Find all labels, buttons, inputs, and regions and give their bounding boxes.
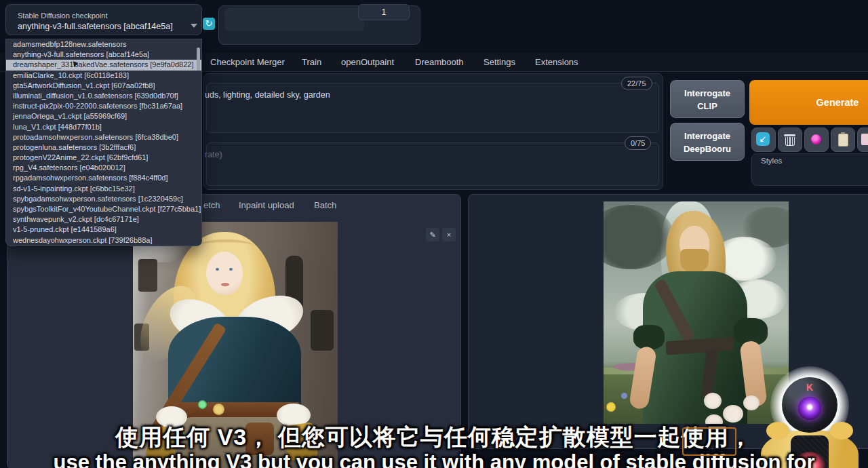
checkpoint-option[interactable]: luna_V1.ckpt [448d77f01b]	[6, 122, 201, 132]
lips	[221, 283, 229, 286]
trash-body-icon	[785, 137, 795, 146]
window-shape	[311, 310, 334, 351]
checkpoint-option[interactable]: jennaOrtega_v1.ckpt [a55969cf69]	[6, 111, 201, 121]
negative-prompt-placeholder: rate)	[205, 150, 222, 159]
save-icon	[861, 134, 868, 145]
read-params-button[interactable]: ↙	[751, 128, 776, 152]
pencil-icon: ✎	[429, 231, 435, 239]
eye-left	[216, 268, 219, 271]
checkpoint-option[interactable]: protogenluna.safetensors [3b2fffacf6]	[6, 142, 201, 153]
checkpoint-option[interactable]: rpg_V4.safetensors [e04b020012]	[6, 163, 201, 173]
white-flower	[723, 405, 743, 423]
checkpoint-option[interactable]: spybgadamsohwxperson.safetensors [1c2320…	[6, 194, 201, 204]
negative-prompt-textarea[interactable]	[206, 142, 659, 186]
white-flower	[704, 393, 722, 409]
subtitle-english: use the anything V3 but you can use it w…	[0, 450, 868, 468]
checkpoint-option[interactable]: protogenV22Anime_22.ckpt [62bf9cfd61]	[6, 153, 201, 163]
checkpoint-option[interactable]: adamsmedbfp128new.safetensors	[6, 39, 201, 50]
subtitle-chinese: 使用任何 V3， 但您可以将它与任何稳定扩散模型一起使用，	[0, 422, 868, 453]
stable-diffusion-webui: Stable Diffusion checkpoint anything-v3-…	[0, 0, 868, 468]
checkpoint-option[interactable]: synthwavepunk_v2.ckpt [dc4c67171e]	[6, 214, 201, 225]
tab-inpaint-sketch-clipped[interactable]: etch	[203, 200, 220, 210]
checkpoint-option-highlighted[interactable]: dreamshaper_331BakedVae.safetensors [9e9…	[6, 60, 201, 70]
green-gem	[198, 400, 207, 409]
tab-inpaint-upload[interactable]: Inpaint upload	[239, 200, 294, 210]
trash-icon	[784, 134, 795, 136]
blue-flower	[621, 393, 627, 399]
tab-dreambooth[interactable]: Dreambooth	[415, 57, 464, 67]
checkpoint-value[interactable]: anything-v3-full.safetensors [abcaf14e5a…	[18, 22, 187, 31]
checkpoint-option[interactable]: instruct-pix2pix-00-22000.safetensors [f…	[6, 101, 201, 111]
tab-checkpoint-merger[interactable]: Checkpoint Merger	[210, 57, 285, 67]
belt-buckle	[213, 404, 224, 415]
interrogate-clip-line1: Interrogate	[671, 87, 744, 100]
mask-strength-label-chip	[224, 8, 364, 31]
rolled-sleeve-left	[633, 325, 665, 349]
checkpoint-option[interactable]: illuminati_diffusion_v1.0.safetensors [6…	[6, 91, 201, 101]
checkpoint-option[interactable]: sd-v1-5-inpainting.ckpt [c6bbc15e32]	[6, 184, 201, 194]
eye-right	[229, 268, 233, 271]
checkpoint-option[interactable]: rpgadamsohwxperson.safetensors [f884c4ff…	[6, 173, 201, 183]
chevron-down-icon[interactable]	[191, 24, 197, 28]
dropdown-scrollbar[interactable]	[197, 47, 200, 71]
avatar-letter: K	[782, 382, 837, 393]
interrogate-deepbooru-button[interactable]: Interrogate DeepBooru	[670, 123, 745, 161]
checkpoint-label: Stable Diffusion checkpoint	[18, 12, 108, 20]
interrogate-clip-line2: CLIP	[671, 100, 744, 113]
tab-batch[interactable]: Batch	[314, 200, 336, 210]
window-shape	[138, 259, 157, 292]
avatar-eye-icon	[798, 397, 821, 420]
checkpoint-select[interactable]: Stable Diffusion checkpoint anything-v3-…	[5, 4, 202, 35]
apply-style-button[interactable]	[831, 128, 855, 152]
yellow-flower	[606, 402, 616, 412]
save-style-button[interactable]	[857, 128, 868, 152]
checkpoint-option[interactable]: protoadamsohwxperson.safetensors [6fca38…	[6, 132, 201, 142]
extra-networks-icon	[811, 134, 821, 144]
refresh-checkpoints-button[interactable]: ↻	[203, 18, 215, 30]
prompt-text: uds, lighting, detailed sky, garden	[205, 90, 330, 100]
checkpoint-option[interactable]: emiliaClarke_10.ckpt [6c0118e183]	[6, 71, 201, 81]
arrow-down-left-icon: ↙	[756, 132, 770, 146]
checkpoint-option[interactable]: wednesdayohwxperson.ckpt [739f26b88a]	[6, 235, 201, 246]
braided-headband	[197, 239, 254, 253]
styles-label: Styles	[761, 157, 782, 165]
remove-image-button[interactable]: ×	[442, 228, 456, 241]
tab-openoutpaint[interactable]: openOutpaint	[341, 57, 394, 67]
checkpoint-option[interactable]: anything-v3-full.safetensors [abcaf14e5a…	[6, 50, 201, 60]
generate-button[interactable]: Generate	[749, 80, 868, 125]
face	[206, 252, 243, 295]
tab-extensions[interactable]: Extensions	[535, 57, 578, 67]
tab-settings[interactable]: Settings	[484, 57, 515, 67]
subtitle-highlight-box	[682, 427, 736, 456]
interrogate-deepbooru-line2: DeepBooru	[671, 142, 744, 155]
mask-strength-value[interactable]: 1	[358, 4, 410, 20]
interrogate-deepbooru-line1: Interrogate	[671, 130, 744, 142]
interrogate-clip-button[interactable]: Interrogate CLIP	[670, 80, 745, 118]
clear-prompt-button[interactable]	[778, 128, 802, 152]
white-flower	[743, 395, 760, 410]
edit-image-button[interactable]: ✎	[426, 228, 439, 241]
checkpoint-option[interactable]: v1-5-pruned.ckpt [e1441589a6]	[6, 225, 201, 235]
extra-networks-button[interactable]	[804, 128, 829, 152]
tab-train[interactable]: Train	[302, 57, 321, 67]
checkpoint-option[interactable]: gta5ArtworkDiffusion_v1.ckpt [607aa02fb8…	[6, 81, 201, 91]
negative-token-counter: 0/75	[625, 136, 651, 150]
clipboard-icon	[838, 134, 848, 147]
checkpoint-option[interactable]: spybgsToolkitFor_v40YoutubeChannel.ckpt …	[6, 204, 201, 214]
prompt-token-counter: 22/75	[621, 77, 652, 90]
refresh-icon: ↻	[205, 18, 213, 28]
checkpoint-dropdown-list: adamsmedbfp128new.safetensors anything-v…	[5, 39, 202, 246]
close-icon: ×	[447, 231, 451, 239]
beard	[680, 249, 709, 273]
